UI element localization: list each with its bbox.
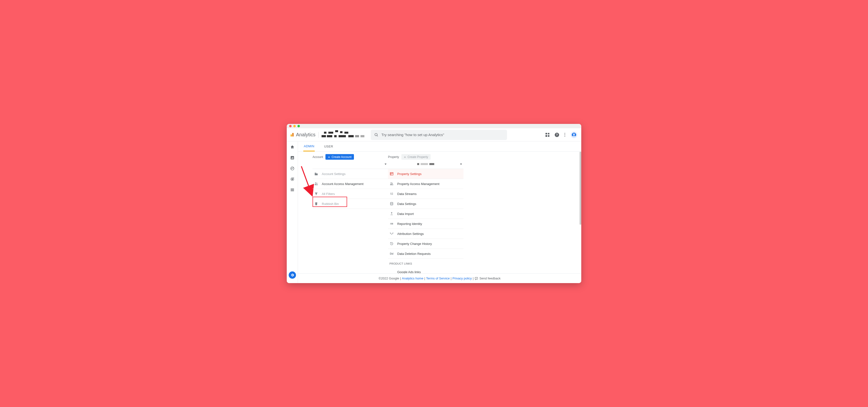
- menu-data-settings[interactable]: Data Settings: [388, 199, 463, 209]
- plus-icon: +: [328, 155, 330, 159]
- menu-property-access[interactable]: Property Access Management: [388, 179, 463, 189]
- admin-settings-button[interactable]: [289, 272, 296, 279]
- link-analytics-home[interactable]: Analytics home: [402, 277, 423, 280]
- menu-data-import[interactable]: Data Import: [388, 209, 463, 219]
- header-actions: ?: [546, 131, 577, 138]
- svg-rect-19: [390, 173, 393, 175]
- attribution-icon: [390, 231, 394, 236]
- analytics-logo[interactable]: Analytics: [291, 132, 315, 137]
- trash-icon: [314, 201, 318, 206]
- account-selector[interactable]: [313, 162, 388, 169]
- annotation-arrow: [300, 165, 314, 197]
- svg-rect-14: [316, 174, 318, 176]
- close-window-button[interactable]: [289, 125, 291, 127]
- analytics-logo-icon: [291, 133, 293, 136]
- property-column: Property + Create Property: [388, 154, 463, 273]
- menu-reporting-identity[interactable]: Reporting Identity: [388, 219, 463, 229]
- svg-line-12: [301, 166, 312, 194]
- upload-icon: [390, 212, 394, 216]
- browser-window: Analytics ?: [287, 124, 581, 283]
- configure-icon[interactable]: [290, 188, 294, 192]
- svg-point-29: [390, 233, 391, 233]
- svg-point-6: [291, 167, 294, 170]
- menu-data-streams[interactable]: Data Streams: [388, 189, 463, 199]
- property-name-redacted: [388, 162, 463, 165]
- link-terms-of-service[interactable]: Terms of Service: [426, 277, 450, 280]
- search-bar[interactable]: [371, 130, 507, 140]
- tab-admin[interactable]: ADMIN: [303, 142, 315, 151]
- svg-point-8: [291, 179, 293, 180]
- create-account-button[interactable]: + Create Account: [326, 154, 354, 160]
- home-icon[interactable]: [290, 145, 294, 149]
- menu-account-access[interactable]: Account Access Management: [313, 179, 388, 189]
- explore-icon[interactable]: [290, 166, 294, 170]
- menu-google-ads-links[interactable]: Google Ads links: [388, 267, 463, 273]
- property-label: Property: [388, 155, 399, 159]
- minimize-window-button[interactable]: [293, 125, 296, 127]
- body-area: ADMIN USER Account + Create Account: [287, 142, 581, 283]
- help-icon[interactable]: ?: [555, 133, 559, 137]
- kebab-menu-icon[interactable]: [564, 133, 565, 136]
- svg-point-0: [375, 133, 377, 136]
- send-feedback-button[interactable]: Send feedback: [475, 277, 501, 280]
- svg-rect-10: [291, 190, 294, 190]
- svg-rect-3: [291, 158, 292, 159]
- reports-icon[interactable]: [290, 156, 294, 160]
- building-icon: [314, 171, 318, 176]
- layout-icon: [390, 171, 394, 176]
- account-column: Account + Create Account Account Setting…: [313, 154, 388, 273]
- svg-point-33: [476, 279, 476, 279]
- scrollbar[interactable]: [580, 152, 581, 225]
- deletion-icon: Dd: [390, 251, 394, 256]
- history-icon: [390, 242, 394, 246]
- svg-point-23: [392, 183, 393, 184]
- user-avatar[interactable]: [570, 131, 577, 138]
- section-product-links: PRODUCT LINKS: [388, 259, 463, 267]
- copyright: ©2022 Google: [379, 277, 399, 280]
- svg-rect-28: [391, 224, 393, 224]
- svg-rect-4: [292, 157, 292, 159]
- menu-rubbish-bin[interactable]: Rubbish Bin: [313, 199, 388, 209]
- people-icon: [390, 182, 394, 186]
- brand-text: Analytics: [296, 132, 315, 137]
- maximize-window-button[interactable]: [298, 125, 300, 127]
- footer: ©2022 Google | Analytics home | Terms of…: [298, 273, 581, 283]
- svg-rect-25: [390, 223, 391, 223]
- menu-property-change-history[interactable]: Property Change History: [388, 239, 463, 249]
- menu-account-settings[interactable]: Account Settings: [313, 169, 388, 179]
- create-property-button: + Create Property: [401, 154, 430, 160]
- identity-icon: [390, 221, 394, 226]
- svg-point-22: [391, 183, 392, 184]
- svg-point-30: [393, 233, 393, 233]
- admin-tabs: ADMIN USER: [298, 142, 581, 152]
- main-panel: ADMIN USER Account + Create Account: [298, 142, 581, 283]
- menu-all-filters[interactable]: All Filters: [313, 189, 388, 199]
- advertising-icon[interactable]: [290, 177, 294, 181]
- admin-columns: Account + Create Account Account Setting…: [298, 152, 581, 273]
- svg-line-1: [377, 135, 378, 136]
- apps-icon[interactable]: [546, 133, 549, 137]
- svg-rect-11: [291, 191, 294, 191]
- link-privacy-policy[interactable]: Privacy policy: [453, 277, 472, 280]
- svg-rect-13: [315, 173, 316, 176]
- svg-rect-27: [391, 223, 393, 223]
- property-selector[interactable]: [388, 162, 463, 169]
- svg-point-17: [315, 183, 316, 184]
- svg-rect-26: [390, 224, 391, 224]
- chevron-down-icon: [384, 164, 386, 165]
- menu-property-settings[interactable]: Property Settings: [388, 169, 463, 179]
- menu-attribution-settings[interactable]: Attribution Settings: [388, 229, 463, 239]
- chevron-down-icon: [460, 164, 462, 165]
- menu-data-deletion-requests[interactable]: Dd Data Deletion Requests: [388, 249, 463, 259]
- search-input[interactable]: [381, 133, 504, 137]
- app-header: Analytics ?: [287, 128, 581, 142]
- svg-rect-9: [291, 189, 294, 189]
- database-icon: [390, 201, 394, 206]
- left-nav-rail: [287, 142, 298, 283]
- feedback-icon: [475, 277, 478, 280]
- tab-user[interactable]: USER: [323, 142, 334, 151]
- window-title-bar: [287, 124, 581, 128]
- filter-icon: [314, 192, 318, 196]
- search-icon: [374, 133, 378, 137]
- account-selector-redacted[interactable]: [321, 131, 368, 138]
